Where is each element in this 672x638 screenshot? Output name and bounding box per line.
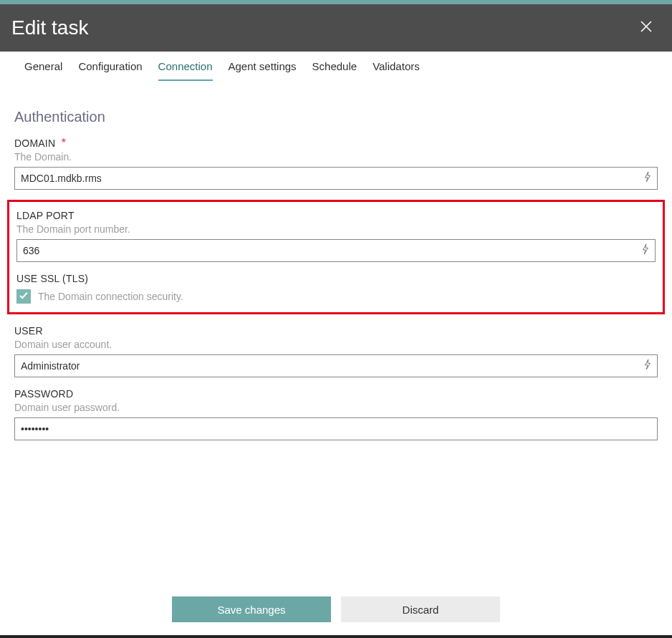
ldap-port-description: The Domain port number.	[16, 223, 656, 235]
ldap-port-variable-button[interactable]	[640, 245, 651, 256]
window-bottom-bar	[0, 635, 672, 638]
user-description: Domain user account.	[14, 339, 658, 350]
dialog-header: Edit task	[0, 4, 672, 52]
user-label: USER	[14, 325, 43, 337]
field-domain: DOMAIN * The Domain.	[14, 137, 658, 190]
tab-connection[interactable]: Connection	[158, 53, 213, 81]
lightning-icon	[643, 359, 652, 372]
form-content: Authentication DOMAIN * The Domain. LDAP…	[0, 83, 672, 440]
ldap-port-label: LDAP PORT	[16, 210, 75, 221]
field-password: PASSWORD Domain user password.	[14, 387, 658, 440]
save-button[interactable]: Save changes	[172, 596, 331, 622]
domain-variable-button[interactable]	[642, 173, 653, 184]
lightning-icon	[643, 172, 652, 185]
use-ssl-checkbox[interactable]	[16, 289, 31, 304]
tab-bar: General Configuration Connection Agent s…	[0, 52, 672, 83]
close-button[interactable]	[638, 19, 655, 37]
domain-description: The Domain.	[14, 151, 658, 163]
password-label: PASSWORD	[14, 388, 73, 400]
field-ldap-port: LDAP PORT The Domain port number.	[16, 209, 656, 262]
use-ssl-description: The Domain connection security.	[38, 291, 183, 302]
check-icon	[19, 290, 28, 303]
tab-schedule[interactable]: Schedule	[312, 53, 357, 81]
required-indicator: *	[62, 137, 66, 149]
use-ssl-label: USE SSL (TLS)	[16, 273, 88, 284]
user-input[interactable]	[14, 354, 658, 377]
field-use-ssl: USE SSL (TLS) The Domain connection secu…	[16, 272, 656, 304]
section-title-authentication: Authentication	[14, 109, 658, 125]
field-user: USER Domain user account.	[14, 324, 658, 377]
tab-general[interactable]: General	[24, 53, 62, 81]
password-description: Domain user password.	[14, 402, 658, 413]
tab-agent-settings[interactable]: Agent settings	[229, 53, 297, 81]
tab-configuration[interactable]: Configuration	[78, 53, 142, 81]
domain-input[interactable]	[14, 167, 658, 190]
discard-button[interactable]: Discard	[341, 596, 500, 622]
password-input[interactable]	[14, 417, 658, 440]
dialog-title: Edit task	[11, 16, 88, 39]
domain-label: DOMAIN	[14, 137, 55, 149]
dialog-footer: Save changes Discard	[0, 586, 672, 632]
ldap-port-input[interactable]	[16, 239, 656, 262]
highlighted-region: LDAP PORT The Domain port number. USE SS…	[7, 200, 665, 314]
close-icon	[640, 21, 652, 35]
lightning-icon	[641, 244, 650, 257]
tab-validators[interactable]: Validators	[373, 53, 420, 81]
user-variable-button[interactable]	[642, 360, 653, 372]
